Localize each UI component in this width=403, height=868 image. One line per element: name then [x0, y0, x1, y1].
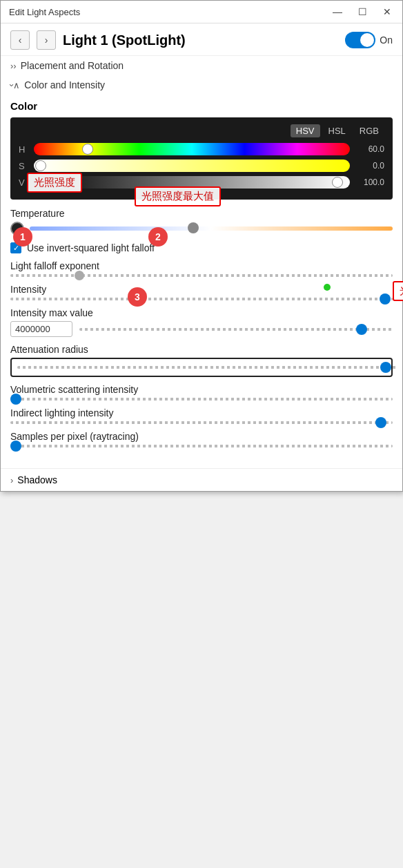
- saturation-thumb[interactable]: [35, 160, 46, 171]
- intensity-slider[interactable]: [10, 298, 393, 300]
- annotation-attenuation-label: 光照的衰减范围: [393, 281, 403, 301]
- intensity-max-row: [10, 321, 393, 337]
- value-value: 100.0: [355, 177, 384, 187]
- saturation-value: 0.0: [355, 161, 384, 171]
- volumetric-label: Volumetric scattering intensity: [10, 384, 393, 395]
- volumetric-thumb[interactable]: [10, 394, 21, 405]
- light-title: Light 1 (SpotLight): [63, 32, 338, 48]
- hue-value: 60.0: [355, 144, 384, 154]
- circle-3: 3: [128, 287, 147, 307]
- samples-section: Samples per pixel (raytracing): [10, 431, 393, 447]
- saturation-slider[interactable]: [34, 160, 350, 172]
- hue-label: H: [19, 144, 28, 155]
- value-label: V: [19, 177, 28, 188]
- color-intensity-section-header[interactable]: ∧ Color and Intensity: [1, 75, 402, 95]
- volumetric-slider[interactable]: [10, 398, 393, 401]
- header-row: ‹ › Light 1 (SpotLight) On: [1, 23, 402, 56]
- value-thumb[interactable]: [332, 177, 343, 188]
- color-intensity-label: Color and Intensity: [24, 79, 105, 90]
- attenuation-thumb[interactable]: [380, 362, 391, 373]
- circle-2: 2: [148, 227, 168, 247]
- color-picker: HSV HSL RGB H 60.0 S: [10, 117, 393, 200]
- hue-slider-row: H 60.0: [19, 143, 384, 155]
- back-icon: ‹: [19, 35, 22, 46]
- window-controls: — ☐ ✕: [331, 6, 394, 17]
- indirect-slider[interactable]: [10, 421, 393, 424]
- temperature-slider[interactable]: [30, 226, 393, 231]
- value-slider[interactable]: [34, 176, 350, 189]
- placement-label: Placement and Rotation: [21, 60, 124, 71]
- placement-chevron: ›: [10, 61, 17, 71]
- content-area: Color HSV HSL RGB H 60.0: [1, 100, 402, 463]
- shadows-chevron: ›: [10, 475, 13, 485]
- circle-1: 1: [13, 227, 32, 247]
- light-falloff-slider[interactable]: [10, 274, 393, 277]
- color-picker-container: HSV HSL RGB H 60.0 S: [10, 117, 393, 200]
- value-slider-row: V 100.0: [19, 176, 384, 189]
- close-btn[interactable]: ✕: [380, 6, 394, 17]
- shadows-label: Shadows: [17, 474, 57, 485]
- saturation-slider-row: S 0.0: [19, 160, 384, 172]
- temperature-thumb[interactable]: [188, 222, 199, 233]
- volumetric-section: Volumetric scattering intensity: [10, 384, 393, 401]
- tab-rgb[interactable]: RGB: [354, 124, 384, 137]
- intensity-max-label: Intensity max value: [10, 307, 393, 318]
- color-section-label: Color: [10, 100, 393, 112]
- toggle-container: On: [345, 32, 393, 48]
- attenuation-box: [10, 358, 393, 377]
- checkbox-row: ✓ Use invert-squared light falloff: [10, 242, 393, 253]
- minimize-btn[interactable]: —: [331, 6, 344, 17]
- light-falloff-thumb[interactable]: [75, 271, 84, 280]
- nav-forward-button[interactable]: ›: [37, 30, 56, 50]
- attenuation-section: Attenuation radius: [10, 344, 393, 377]
- samples-thumb[interactable]: [10, 441, 21, 452]
- light-toggle[interactable]: [345, 32, 375, 48]
- shadows-section-header[interactable]: › Shadows: [1, 468, 402, 491]
- indirect-section: Indirect lighting intensity: [10, 407, 393, 424]
- intensity-label: Intensity: [10, 284, 393, 295]
- nav-back-button[interactable]: ‹: [10, 30, 30, 50]
- intensity-max-input[interactable]: [10, 321, 72, 337]
- intensity-section: Intensity 光照的衰减范围: [10, 284, 393, 300]
- intensity-thumb[interactable]: [380, 293, 391, 305]
- tab-hsl[interactable]: HSL: [323, 124, 351, 137]
- indirect-label: Indirect lighting intensity: [10, 407, 393, 418]
- hue-slider[interactable]: [34, 143, 350, 155]
- samples-slider[interactable]: [10, 445, 393, 447]
- maximize-btn[interactable]: ☐: [355, 6, 369, 17]
- title-bar: Edit Light Aspects — ☐ ✕: [1, 1, 402, 23]
- intensity-max-slider-container: [79, 325, 393, 334]
- color-intensity-chevron: ∧: [10, 80, 20, 90]
- intensity-max-slider[interactable]: [79, 328, 393, 331]
- temperature-label: Temperature: [10, 208, 393, 219]
- window-title: Edit Light Aspects: [9, 7, 80, 17]
- checkbox-label: Use invert-squared light falloff: [27, 242, 155, 253]
- toggle-label: On: [380, 35, 393, 46]
- color-tabs: HSV HSL RGB: [19, 124, 384, 137]
- samples-label: Samples per pixel (raytracing): [10, 431, 393, 442]
- placement-section-header[interactable]: › Placement and Rotation: [1, 56, 402, 75]
- temperature-section: Temperature 1 2: [10, 208, 393, 235]
- saturation-label: S: [19, 161, 28, 171]
- attenuation-label: Attenuation radius: [10, 344, 393, 355]
- intensity-max-thumb[interactable]: [356, 324, 367, 335]
- light-falloff-section: Light falloff exponent: [10, 260, 393, 277]
- light-falloff-label: Light falloff exponent: [10, 260, 393, 271]
- tab-hsv[interactable]: HSV: [291, 124, 320, 137]
- main-window: Edit Light Aspects — ☐ ✕ ‹ › Light 1 (Sp…: [0, 0, 403, 492]
- attenuation-slider[interactable]: [17, 366, 397, 369]
- indirect-thumb[interactable]: [375, 417, 386, 428]
- intensity-max-section: Intensity max value: [10, 307, 393, 337]
- hue-thumb[interactable]: [82, 144, 93, 155]
- forward-icon: ›: [45, 35, 48, 46]
